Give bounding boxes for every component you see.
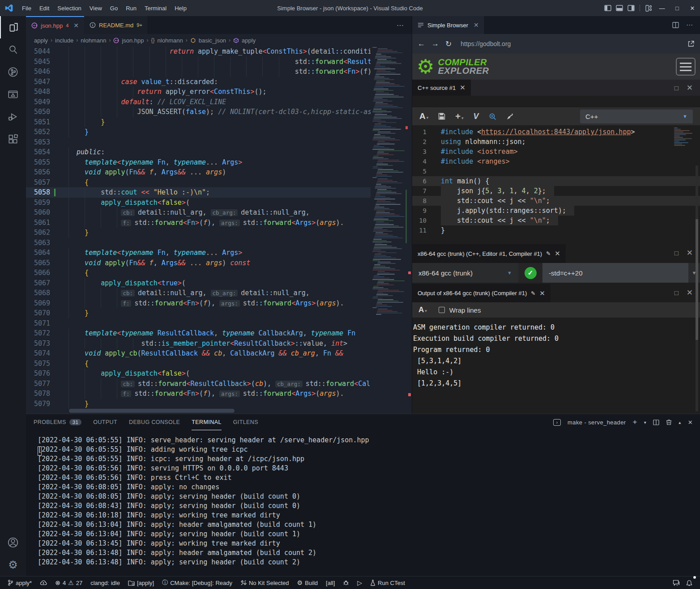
build-button[interactable]: ⚙Build bbox=[294, 576, 321, 589]
reload-icon[interactable]: ↻ bbox=[445, 39, 452, 49]
kill-terminal-icon[interactable] bbox=[666, 419, 672, 425]
compiler-select[interactable]: x86-64 gcc (trunk) ▼ bbox=[412, 263, 518, 283]
menu-selection[interactable]: Selection bbox=[53, 0, 85, 16]
tab-readme-md[interactable]: README.md 9+ bbox=[84, 16, 148, 34]
close-pane-icon[interactable]: ✕ bbox=[460, 84, 465, 92]
menu-go[interactable]: Go bbox=[106, 0, 122, 16]
build-target-item[interactable]: [all] bbox=[323, 576, 338, 589]
horizontal-scrollbar[interactable] bbox=[69, 409, 235, 413]
breadcrumb-item[interactable]: json.hpp bbox=[122, 37, 144, 44]
launch-icon[interactable]: ▷ bbox=[354, 576, 365, 589]
compiler-args-input[interactable]: -std=c++20 bbox=[542, 263, 688, 283]
accounts-icon[interactable] bbox=[0, 531, 26, 554]
tab-terminal[interactable]: TERMINAL bbox=[192, 414, 221, 430]
clangd-status[interactable]: clangd: idle bbox=[87, 576, 123, 589]
ce-tool-icon[interactable] bbox=[506, 113, 514, 120]
close-tab-icon[interactable]: ✕ bbox=[73, 22, 79, 29]
more-actions-icon[interactable]: ⋯ bbox=[686, 21, 694, 29]
language-select[interactable]: C++ ▼ bbox=[580, 110, 693, 123]
split-editor-icon[interactable] bbox=[672, 22, 679, 28]
close-pane-icon[interactable]: ✕ bbox=[539, 289, 545, 297]
sync-item[interactable] bbox=[37, 576, 50, 589]
maximize-pane-icon[interactable]: □ bbox=[674, 249, 679, 257]
toggle-secondary-sidebar-icon[interactable] bbox=[625, 5, 637, 11]
minimap[interactable] bbox=[371, 47, 405, 410]
font-size-button[interactable]: A▾ bbox=[418, 305, 427, 314]
kit-item[interactable]: No Kit Selected bbox=[237, 576, 292, 589]
maximize-pane-icon[interactable]: □ bbox=[674, 84, 679, 92]
code-editor[interactable]: 5044return apply_make_tuple<ConstThis>(d… bbox=[26, 47, 412, 414]
maximize-pane-icon[interactable]: □ bbox=[674, 289, 679, 297]
feedback-icon[interactable] bbox=[670, 576, 683, 589]
wrap-lines-checkbox[interactable] bbox=[439, 307, 445, 313]
add-pane-button[interactable]: +▾ bbox=[455, 111, 463, 122]
maximize-panel-icon[interactable]: ▴ bbox=[679, 420, 681, 425]
close-window-button[interactable]: ✕ bbox=[685, 0, 700, 16]
close-pane-icon[interactable]: ✕ bbox=[687, 248, 693, 258]
close-pane-icon[interactable]: ✕ bbox=[555, 250, 560, 258]
edit-title-icon[interactable]: ✎ bbox=[546, 250, 551, 257]
tab-json-hpp[interactable]: json.hpp 4 ✕ bbox=[26, 16, 84, 34]
notifications-bell-icon[interactable] bbox=[683, 576, 696, 589]
terminal-title[interactable]: make - serve_header bbox=[568, 419, 626, 426]
tab-output[interactable]: OUTPUT bbox=[93, 414, 117, 430]
terminal-dropdown-icon[interactable]: ▾ bbox=[644, 420, 646, 425]
tab-debug-console[interactable]: DEBUG CONSOLE bbox=[129, 414, 180, 430]
menu-help[interactable]: Help bbox=[171, 0, 191, 16]
settings-gear-icon[interactable]: ⚙ bbox=[0, 554, 26, 576]
source-code-editor[interactable]: 1#include <https://localhost:8443/apply/… bbox=[412, 125, 700, 242]
menu-file[interactable]: File bbox=[18, 0, 35, 16]
split-terminal-icon[interactable] bbox=[653, 420, 659, 425]
ctest-item[interactable]: Run CTest bbox=[367, 576, 408, 589]
breadcrumb-item[interactable]: apply bbox=[34, 37, 48, 44]
menu-view[interactable]: View bbox=[85, 0, 106, 16]
breadcrumb-item[interactable]: nlohmann bbox=[81, 37, 106, 44]
cmake-status-item[interactable]: ⓘCMake: [Debug]: Ready bbox=[159, 576, 235, 589]
tab-problems[interactable]: PROBLEMS 31 bbox=[34, 414, 81, 430]
breadcrumb-item[interactable]: apply bbox=[242, 37, 256, 44]
forward-icon[interactable]: → bbox=[431, 39, 439, 48]
terminal[interactable]: [2022-04-30 06:05:55] INFO: serve_header… bbox=[26, 430, 700, 456]
menu-terminal[interactable]: Terminal bbox=[141, 0, 171, 16]
zoom-icon[interactable] bbox=[489, 113, 496, 120]
vim-mode-icon[interactable]: V bbox=[473, 112, 478, 121]
source-control-icon[interactable] bbox=[0, 61, 26, 83]
menu-run[interactable]: Run bbox=[122, 0, 141, 16]
breadcrumb-item[interactable]: basic_json bbox=[199, 37, 226, 44]
maximize-button[interactable]: □ bbox=[670, 0, 685, 16]
hamburger-menu-icon[interactable] bbox=[676, 58, 696, 76]
breadcrumb-item[interactable]: nlohmann bbox=[158, 37, 183, 44]
breadcrumb-item[interactable]: include bbox=[55, 37, 73, 44]
close-pane-icon[interactable]: ✕ bbox=[687, 288, 693, 297]
debug-target-icon[interactable] bbox=[340, 576, 352, 589]
tab-gitlens[interactable]: GITLENS bbox=[233, 414, 258, 430]
customize-layout-icon[interactable] bbox=[643, 5, 654, 12]
search-icon[interactable] bbox=[0, 38, 26, 61]
more-actions-icon[interactable]: ⋯ bbox=[389, 16, 412, 34]
toggle-sidebar-icon[interactable] bbox=[602, 5, 614, 11]
source-pane-tab[interactable]: C++ source #1 ✕ bbox=[412, 80, 471, 96]
live-preview-icon[interactable] bbox=[0, 83, 26, 106]
back-icon[interactable]: ← bbox=[418, 39, 425, 48]
git-branch-item[interactable]: apply* bbox=[4, 576, 35, 589]
extensions-icon[interactable] bbox=[0, 128, 26, 150]
compiler-pane-tab[interactable]: x86-64 gcc (trunk) (C++, Editor #1, Comp… bbox=[412, 244, 566, 263]
cmake-debug-icon[interactable] bbox=[0, 106, 26, 128]
args-dropdown-icon[interactable]: ▼ bbox=[688, 263, 700, 283]
explorer-icon[interactable] bbox=[0, 16, 26, 38]
font-size-button[interactable]: A▾ bbox=[419, 111, 428, 121]
output-pane-tab[interactable]: Output of x86-64 gcc (trunk) (Compiler #… bbox=[412, 284, 551, 302]
save-icon[interactable] bbox=[438, 113, 445, 120]
url-field[interactable]: https://godbolt.org bbox=[458, 40, 681, 47]
new-terminal-icon[interactable]: + bbox=[633, 418, 637, 427]
close-tab-icon[interactable]: ✕ bbox=[474, 21, 479, 29]
page-scrollbar[interactable] bbox=[696, 165, 698, 411]
open-external-icon[interactable] bbox=[687, 40, 695, 47]
minimize-button[interactable]: — bbox=[654, 0, 670, 16]
menu-edit[interactable]: Edit bbox=[35, 0, 53, 16]
toggle-panel-icon[interactable] bbox=[614, 5, 625, 11]
problems-item[interactable]: ⊗4 ⚠27 bbox=[52, 576, 85, 589]
close-panel-icon[interactable]: ✕ bbox=[688, 419, 693, 426]
cmake-folder-item[interactable]: [apply] bbox=[125, 576, 157, 589]
tab-simple-browser[interactable]: Simple Browser ✕ bbox=[412, 16, 485, 34]
